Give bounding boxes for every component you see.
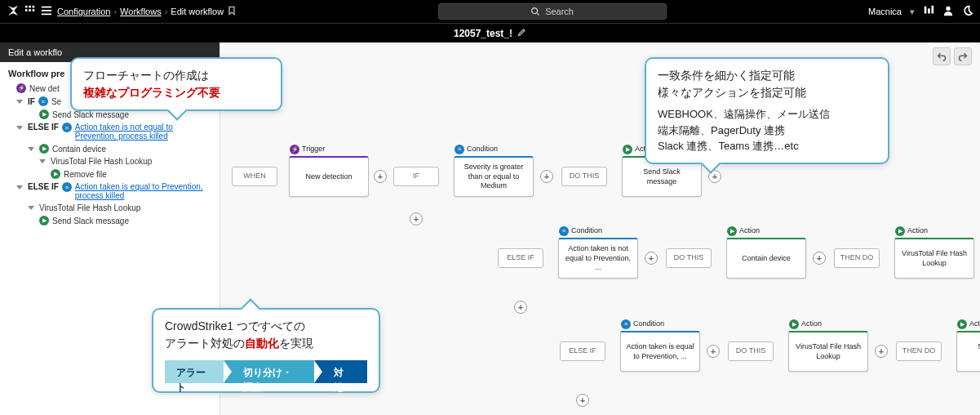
search-placeholder: Search bbox=[545, 7, 574, 16]
caret-icon bbox=[39, 159, 46, 163]
caret-icon bbox=[16, 100, 23, 104]
redo-button[interactable] bbox=[954, 47, 972, 65]
add-node-button[interactable]: + bbox=[645, 252, 658, 265]
svg-rect-3 bbox=[25, 9, 28, 11]
svg-point-14 bbox=[946, 7, 950, 11]
svg-rect-6 bbox=[42, 7, 51, 8]
trigger-card[interactable]: ⚡Trigger New detection bbox=[289, 156, 369, 197]
edit-title-icon[interactable] bbox=[517, 28, 526, 39]
tree-action[interactable]: VirusTotal File Hash Lookup bbox=[0, 202, 220, 214]
caret-icon bbox=[16, 126, 23, 130]
svg-rect-8 bbox=[42, 14, 51, 16]
svg-rect-5 bbox=[33, 9, 35, 11]
moon-icon[interactable] bbox=[962, 5, 973, 18]
condition-icon: ≡ bbox=[62, 123, 72, 132]
caret-icon bbox=[16, 185, 23, 190]
condition-icon: ≡ bbox=[455, 145, 464, 154]
tree-action[interactable]: ▶ Contain device bbox=[0, 142, 220, 155]
tree-action[interactable]: ▶ Send Slack message bbox=[0, 214, 220, 227]
condition-icon: ≡ bbox=[559, 226, 569, 236]
svg-point-9 bbox=[532, 7, 538, 13]
play-icon: ▶ bbox=[623, 145, 632, 154]
condition-icon: ≡ bbox=[38, 96, 48, 106]
elseif-node-1[interactable]: ELSE IF bbox=[498, 248, 543, 268]
condition-card-1[interactable]: ≡Condition Severity is greater than or e… bbox=[454, 156, 534, 197]
play-icon: ▶ bbox=[51, 169, 60, 179]
play-icon: ▶ bbox=[789, 319, 799, 329]
add-node-button[interactable]: + bbox=[813, 252, 826, 265]
tree-action[interactable]: ▶ Remove file bbox=[0, 167, 220, 181]
breadcrumb-sep: › bbox=[113, 7, 117, 16]
menu-lines-icon[interactable] bbox=[41, 5, 52, 18]
menu-dots-icon[interactable] bbox=[24, 5, 36, 18]
search-input[interactable]: Search bbox=[438, 3, 667, 20]
thendo-node-1[interactable]: THEN DO bbox=[834, 248, 880, 268]
add-node-button[interactable]: + bbox=[707, 345, 720, 358]
topbar: Configuration › Workflows › Edit workflo… bbox=[0, 0, 980, 23]
breadcrumb-workflows[interactable]: Workflows bbox=[120, 7, 162, 16]
ribbon-investigate: 切り分け・調査 bbox=[224, 360, 315, 383]
play-icon: ▶ bbox=[39, 216, 49, 225]
svg-rect-0 bbox=[25, 6, 28, 8]
action-card-vt-1[interactable]: ▶Action VirusTotal File Hash Lookup bbox=[894, 238, 974, 279]
svg-rect-11 bbox=[925, 7, 927, 14]
play-icon: ▶ bbox=[895, 226, 905, 236]
when-node[interactable]: WHEN bbox=[232, 167, 277, 186]
svg-rect-7 bbox=[42, 10, 51, 11]
svg-rect-13 bbox=[932, 6, 934, 14]
breadcrumb: Configuration › Workflows › Edit workflo… bbox=[57, 6, 237, 17]
add-branch-button[interactable]: + bbox=[410, 212, 423, 225]
bolt-icon: ⚡ bbox=[290, 145, 299, 154]
elseif-node-2[interactable]: ELSE IF bbox=[560, 341, 605, 361]
callout-actions: 一致条件を細かく指定可能 様々なアクションを指定可能 WEBHOOK、遠隔操作、… bbox=[645, 57, 889, 164]
undo-button[interactable] bbox=[933, 47, 951, 65]
caret-icon bbox=[28, 147, 34, 151]
play-icon: ▶ bbox=[39, 109, 49, 119]
svg-line-10 bbox=[537, 12, 539, 15]
if-node[interactable]: IF bbox=[393, 167, 439, 186]
tree-action[interactable]: VirusTotal File Hash Lookup bbox=[0, 155, 220, 167]
action-card-vt-2[interactable]: ▶Action VirusTotal File Hash Lookup bbox=[788, 331, 868, 372]
tenant-label[interactable]: Macnica bbox=[868, 7, 902, 16]
breadcrumb-current: Edit workflow bbox=[171, 7, 224, 16]
bolt-icon: ⚡ bbox=[16, 83, 26, 93]
condition-card-3[interactable]: ≡Condition Action taken is equal to Prev… bbox=[620, 331, 700, 372]
condition-card-2[interactable]: ≡Condition Action taken is not equal to … bbox=[558, 238, 638, 279]
play-icon: ▶ bbox=[957, 319, 967, 329]
breadcrumb-configuration[interactable]: Configuration bbox=[57, 7, 110, 16]
svg-rect-12 bbox=[928, 8, 930, 13]
tree-elseif-2[interactable]: ELSE IF ≡ Action taken is equal to Preve… bbox=[0, 181, 220, 202]
falcon-logo-icon bbox=[7, 4, 20, 19]
add-node-button[interactable]: + bbox=[374, 170, 387, 183]
chevron-down-icon[interactable]: ▾ bbox=[910, 7, 915, 17]
svg-rect-2 bbox=[33, 6, 35, 8]
add-node-button[interactable]: + bbox=[875, 345, 888, 358]
play-icon: ▶ bbox=[39, 144, 49, 154]
dothis-node-3[interactable]: DO THIS bbox=[728, 341, 774, 361]
tree-elseif-1[interactable]: ELSE IF ≡ Action taken is not equal to P… bbox=[0, 121, 220, 142]
svg-rect-4 bbox=[29, 9, 31, 11]
callout-automation: CrowdStrike1 つですべての アラート対処の自動化を実現 アラート 切… bbox=[152, 308, 380, 393]
action-card-slack-2[interactable]: ▶Action Send Slack message bbox=[956, 331, 980, 372]
ribbon-alert: アラート bbox=[165, 360, 224, 383]
condition-icon: ≡ bbox=[62, 182, 72, 192]
thendo-node-3[interactable]: THEN DO bbox=[896, 341, 942, 361]
equalizer-icon[interactable] bbox=[923, 5, 934, 18]
workflow-title: 12057_test_! bbox=[454, 28, 512, 39]
callout-flowchart: フローチャートの作成は 複雑なプログラミング不要 bbox=[70, 57, 282, 111]
dothis-node-2[interactable]: DO THIS bbox=[666, 248, 712, 268]
add-node-button[interactable]: + bbox=[540, 170, 553, 183]
play-icon: ▶ bbox=[727, 226, 737, 236]
caret-icon bbox=[28, 206, 34, 210]
user-icon[interactable] bbox=[942, 5, 954, 18]
add-branch-button[interactable]: + bbox=[514, 301, 527, 314]
bookmark-icon[interactable] bbox=[227, 6, 237, 17]
process-ribbon: アラート 切り分け・調査 対 処 bbox=[165, 360, 367, 383]
dothis-node[interactable]: DO THIS bbox=[561, 167, 607, 186]
action-card-contain[interactable]: ▶Action Contain device bbox=[726, 238, 806, 279]
breadcrumb-sep: › bbox=[165, 7, 168, 16]
workflow-title-bar: 12057_test_! bbox=[0, 23, 980, 42]
add-branch-button[interactable]: + bbox=[576, 394, 589, 407]
condition-icon: ≡ bbox=[621, 319, 631, 329]
search-icon bbox=[531, 7, 540, 16]
